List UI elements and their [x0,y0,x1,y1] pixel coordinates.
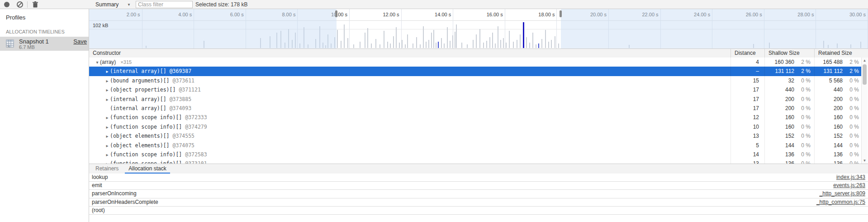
ruler-gridline [349,9,350,48]
table-row[interactable]: ▸(function scope info)[]@374279101600 %1… [89,122,863,131]
selected-size-label: Selected size: 178 kB [195,0,247,9]
selection-handle-right[interactable] [560,10,562,17]
source-location-link[interactable]: _http_common.js:75 [816,198,865,206]
expander-icon[interactable]: ▸ [104,86,110,94]
allocation-bar [375,39,376,48]
constructor-cell[interactable]: ▸(internal array)[]@373885 [89,95,730,104]
scroll-down-icon[interactable]: ▼ [862,158,868,164]
constructor-cell[interactable]: ▸(object elements)[]@374075 [89,141,730,150]
table-row[interactable]: ▸(internal array)[]@373885172000 %2000 % [89,95,863,104]
perspective-dropdown[interactable]: Summary [95,0,119,9]
size-percent: 0 % [794,159,814,164]
expander-icon[interactable]: ▸ [104,77,110,85]
table-row[interactable]: ▸(object elements)[]@37407551440 %1440 % [89,141,863,150]
table-row[interactable]: ▸(object elements)[]@374555131520 %1520 … [89,131,863,140]
tab-allocation-stack[interactable]: Allocation stack [125,164,170,174]
dim-overlay [561,9,868,48]
scrollbar-thumb[interactable] [863,64,867,85]
table-row[interactable]: ▸(internal array)[]@369387–131 1122 %131… [89,67,863,76]
expander-icon[interactable]: ▸ [104,132,110,140]
shallow-size-cell: 1440 % [764,141,814,150]
table-row[interactable]: ▸(function scope info)[]@372583141360 %1… [89,150,863,159]
expander-icon[interactable]: ▸ [104,150,110,159]
constructor-cell[interactable]: ▸(function scope info)[]@372333 [89,113,730,122]
column-header-shallow-size[interactable]: Shallow Size [764,49,814,58]
constructor-cell[interactable]: ▸(bound arguments)[]@373611 [89,76,730,85]
clear-icon[interactable] [17,1,23,7]
allocation-bar [428,40,429,48]
table-row[interactable]: ▸(function scope info)[]@373101131360 %1… [89,159,863,164]
constructor-cell[interactable]: ▾(array)×315 [89,58,730,67]
sidebar-item-snapshot-1[interactable]: % Snapshot 1 Save 6.7 MB [0,37,89,51]
expander-icon[interactable]: ▸ [104,113,110,122]
constructor-cell[interactable]: ▸(function scope info)[]@374279 [89,122,730,131]
retained-size-cell: 1600 % [814,122,863,131]
allocation-bar [483,43,484,48]
constructor-cell[interactable]: ▸(function scope info)[]@372583 [89,150,730,159]
size-percent: 2 % [843,67,863,76]
allocation-bar [337,30,338,48]
retained-size-cell: 5 5680 % [814,76,863,85]
constructor-cell[interactable]: ▸(function scope info)[]@373101 [89,159,730,164]
distance-cell: 5 [730,141,764,150]
size-value: 152 [765,131,794,140]
heap-grid-header: Constructor Distance Shallow Size Retain… [89,48,868,58]
table-row[interactable]: ▸(object properties)[]@371121174400 %440… [89,85,863,94]
tab-retainers[interactable]: Retainers [92,164,122,173]
allocation-bar [436,43,436,48]
constructor-name: (bound arguments)[] [110,77,170,84]
size-value: 5 568 [815,76,843,85]
retained-size-cell: 165 4882 % [814,58,863,67]
grid-scrollbar[interactable]: ▲ ▼ [861,58,868,164]
function-name: parserOnIncoming [92,190,137,198]
column-header-distance[interactable]: Distance [730,49,764,58]
retained-size-cell: 4400 % [814,85,863,94]
size-percent: 0 % [794,141,814,150]
table-row[interactable]: ▸(function scope info)[]@372333121600 %1… [89,113,863,122]
object-id: @373101 [185,160,207,164]
object-id: @374279 [185,124,207,130]
expander-icon[interactable]: ▸ [104,123,110,131]
table-row[interactable]: ▾(array)×3154160 3602 %165 4882 % [89,58,863,67]
expander-icon[interactable]: ▸ [104,141,110,150]
shallow-size-cell: 2000 % [764,104,814,113]
object-id: @372583 [185,151,207,158]
size-value: 200 [815,95,843,104]
allocation-bar [456,24,457,48]
constructor-cell[interactable]: ▸(object properties)[]@371121 [89,85,730,94]
expander-icon[interactable]: ▸ [104,67,110,76]
size-value: 200 [815,104,843,113]
class-filter-input[interactable] [136,1,193,8]
trash-icon[interactable] [32,1,38,8]
size-percent: 0 % [843,76,863,85]
source-location-link[interactable]: _http_server.js:809 [820,190,865,198]
column-header-constructor[interactable]: Constructor [89,49,730,58]
constructor-cell[interactable]: ▸(object elements)[]@374555 [89,131,730,140]
selection-handle-left[interactable] [335,10,337,17]
size-value: 165 488 [815,58,843,67]
constructor-cell[interactable]: (internal array)[]@374093 [89,104,730,113]
size-value: 136 [815,150,843,159]
scroll-up-icon[interactable]: ▲ [862,58,868,63]
allocation-bar [551,40,552,48]
size-percent: 0 % [843,122,863,131]
column-header-retained-size[interactable]: Retained Size [814,49,868,58]
record-icon[interactable] [4,2,9,7]
allocation-timeline-overview[interactable]: 2.00 s4.00 s6.00 s8.00 s10.00 s12.00 s14… [89,9,868,48]
toolbar-divider [27,1,28,8]
allocation-bar [433,30,434,48]
constructor-name: (object elements)[] [110,142,170,149]
table-row[interactable]: (internal array)[]@374093172000 %2000 % [89,104,863,113]
size-value: 131 112 [765,67,794,76]
ruler-tick-label: 12.00 s [354,12,399,17]
expander-icon[interactable]: ▸ [104,95,110,104]
source-location-link[interactable]: events.js:263 [833,182,865,189]
expander-icon[interactable]: ▾ [95,58,100,67]
shallow-size-cell: 131 1122 % [764,67,814,76]
allocation-bar [526,37,527,48]
constructor-cell[interactable]: ▸(internal array)[]@369387 [89,67,730,76]
table-row[interactable]: ▸(bound arguments)[]@37361115320 %5 5680… [89,76,863,85]
save-link[interactable]: Save [73,38,87,45]
expander-icon[interactable]: ▸ [104,159,110,164]
source-location-link[interactable]: index.js:343 [836,174,865,181]
